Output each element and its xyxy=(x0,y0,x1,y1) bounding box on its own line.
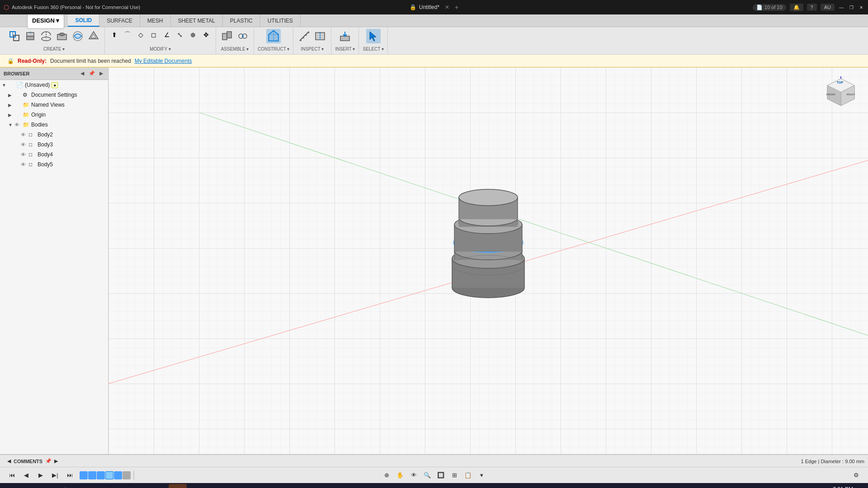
chamfer-btn[interactable]: ◇ xyxy=(135,29,146,41)
hole-btn[interactable] xyxy=(55,29,69,43)
prev-frame-btn[interactable]: ◀ xyxy=(20,470,33,480)
vis-icon[interactable]: 👁 xyxy=(21,142,28,147)
close-doc-btn[interactable]: ✕ xyxy=(445,4,449,10)
taskview-btn[interactable]: 🗗 xyxy=(43,484,61,488)
tree-item-body5[interactable]: 👁 □ Body5 xyxy=(0,160,108,169)
search-btn[interactable]: 🔍 xyxy=(24,484,42,488)
more-view-btn[interactable]: ▾ xyxy=(475,470,488,480)
tab-surface[interactable]: SURFACE xyxy=(99,14,140,27)
minimize-btn[interactable]: — xyxy=(838,4,844,10)
select-btn[interactable] xyxy=(366,29,381,43)
axis-cube[interactable]: TOP RIGHT FRONT Z xyxy=(823,76,859,113)
construct-btn[interactable] xyxy=(266,29,281,43)
measure-btn[interactable] xyxy=(297,29,311,43)
first-frame-btn[interactable]: ⏮ xyxy=(5,470,18,480)
toolbar: DESIGN ▾ SOLID SURFACE MESH SHEET METAL … xyxy=(0,14,868,55)
draft-btn[interactable]: ∠ xyxy=(161,29,173,41)
next-frame-btn[interactable]: ▶| xyxy=(49,470,61,480)
browser-pin-btn[interactable]: 📌 xyxy=(87,70,96,77)
fusion-btn[interactable]: F xyxy=(169,484,187,488)
tree-item-docsettings[interactable]: ▶ ⚙ Document Settings xyxy=(0,90,108,100)
tree-item-unsaved[interactable]: ▼ 📄 (Unsaved) ● xyxy=(0,80,108,90)
combine-btn[interactable]: ⊕ xyxy=(187,29,199,41)
readonly-label: Read-Only: xyxy=(18,58,47,64)
tab-mesh[interactable]: MESH xyxy=(140,14,171,27)
shell-modify-btn[interactable]: ◻ xyxy=(148,29,160,41)
explorer-btn[interactable]: 📁 xyxy=(69,484,87,488)
comments-expand-btn[interactable]: ◀ xyxy=(7,458,11,464)
vis-icon[interactable]: 👁 xyxy=(21,162,28,167)
move-btn[interactable]: ✥ xyxy=(200,29,212,41)
tree-item-body2[interactable]: 👁 □ Body2 xyxy=(0,130,108,140)
revolve-btn[interactable] xyxy=(39,29,53,43)
app5-btn[interactable]: 📺 xyxy=(129,484,147,488)
browser-expand-btn[interactable]: ▶ xyxy=(98,70,104,77)
new-component-btn[interactable] xyxy=(7,29,22,43)
timeline-item-1[interactable] xyxy=(80,471,88,479)
notification-btn[interactable]: 🔔 xyxy=(790,4,803,11)
app6-btn[interactable]: 🎮 xyxy=(149,484,167,488)
fit-btn[interactable]: 🔲 xyxy=(434,470,447,480)
last-frame-btn[interactable]: ⏭ xyxy=(63,470,76,480)
system-clock: 7:31 PM 2/11/2022 xyxy=(831,486,853,488)
design-dropdown[interactable]: DESIGN ▾ xyxy=(27,13,64,29)
insert-derive-btn[interactable] xyxy=(338,29,352,43)
edge-btn[interactable]: 🌐 xyxy=(89,484,107,488)
joint-btn[interactable] xyxy=(236,29,250,43)
shell-btn[interactable] xyxy=(86,29,101,43)
scale-btn[interactable]: ⤡ xyxy=(174,29,186,41)
timeline-item-active[interactable] xyxy=(105,471,113,479)
extrude-btn[interactable] xyxy=(23,29,38,43)
play-btn[interactable]: ▶ xyxy=(34,470,47,480)
tab-sheet-metal[interactable]: SHEET METAL xyxy=(171,14,223,27)
pan-tool-btn[interactable]: ✋ xyxy=(394,470,406,480)
zoom-btn[interactable]: 🔍 xyxy=(421,470,434,480)
help-btn[interactable]: ? xyxy=(807,4,817,11)
tree-item-bodies[interactable]: ▼ 👁 📁 Bodies xyxy=(0,120,108,130)
grid-settings-btn[interactable]: 📋 xyxy=(462,470,474,480)
settings-btn[interactable]: ⚙ xyxy=(850,470,863,480)
orbit-tool-btn[interactable]: ⊕ xyxy=(380,470,393,480)
close-btn[interactable]: ✕ xyxy=(858,4,864,10)
create-form-btn[interactable] xyxy=(71,29,85,43)
browser-collapse-btn[interactable]: ◀ xyxy=(79,70,85,77)
tree-item-body4[interactable]: 👁 □ Body4 xyxy=(0,150,108,160)
timeline-item-3[interactable] xyxy=(97,471,105,479)
taskbar-right: ⌨ 🌐 🔊 7:31 PM 2/11/2022 🔔 xyxy=(797,486,864,488)
playhead[interactable] xyxy=(133,470,134,480)
3d-model[interactable] xyxy=(443,188,533,301)
vis-icon[interactable]: 👁 xyxy=(21,132,28,137)
insert-group: INSERT ▾ xyxy=(331,27,359,54)
chrome-btn[interactable]: 🔵 xyxy=(109,484,127,488)
svg-point-53 xyxy=(459,189,518,206)
document-title: Untitled* xyxy=(419,4,439,10)
press-pull-btn[interactable]: ⬆ xyxy=(108,29,120,41)
tab-plastic[interactable]: PLASTIC xyxy=(223,14,260,27)
tree-item-namedviews[interactable]: ▶ 📁 Named Views xyxy=(0,100,108,110)
timeline-item-6[interactable] xyxy=(123,471,131,479)
comments-expand2-btn[interactable]: ▶ xyxy=(54,458,58,464)
section-analysis-btn[interactable] xyxy=(313,29,327,43)
comments-pin-btn[interactable]: 📌 xyxy=(45,458,52,464)
timeline-item-2[interactable] xyxy=(88,471,96,479)
timeline-item-5[interactable] xyxy=(114,471,122,479)
user-btn[interactable]: AU xyxy=(821,4,835,11)
fillet-btn[interactable]: ⌒ xyxy=(122,29,133,41)
viewport[interactable]: TOP RIGHT FRONT Z xyxy=(108,67,868,454)
vis-icon[interactable]: 👁 xyxy=(14,122,22,127)
display-settings-btn[interactable]: ⊞ xyxy=(448,470,461,480)
tree-item-origin[interactable]: ▶ 📁 Origin xyxy=(0,110,108,120)
add-tab-btn[interactable]: + xyxy=(455,4,458,11)
windows-btn[interactable]: ⊞ xyxy=(4,484,22,488)
bottom-status-bar: ◀ COMMENTS 📌 ▶ 1 Edge | Diameter : 9.00 … xyxy=(0,455,868,467)
new-assembly-btn[interactable] xyxy=(220,29,234,43)
readonly-link[interactable]: My Editable Documents xyxy=(135,58,192,64)
look-at-btn[interactable]: 👁 xyxy=(407,470,420,480)
restore-btn[interactable]: ❐ xyxy=(848,4,854,10)
tab-utilities[interactable]: UTILITIES xyxy=(260,14,301,27)
title-right: 📄 10 of 10 🔔 ? AU — ❐ ✕ xyxy=(753,4,864,11)
vis-icon[interactable]: 👁 xyxy=(21,152,28,157)
tree-item-body3[interactable]: 👁 □ Body3 xyxy=(0,140,108,150)
settings-taskbar-btn[interactable]: ⚙ xyxy=(189,484,207,488)
tab-solid[interactable]: SOLID xyxy=(68,14,99,27)
